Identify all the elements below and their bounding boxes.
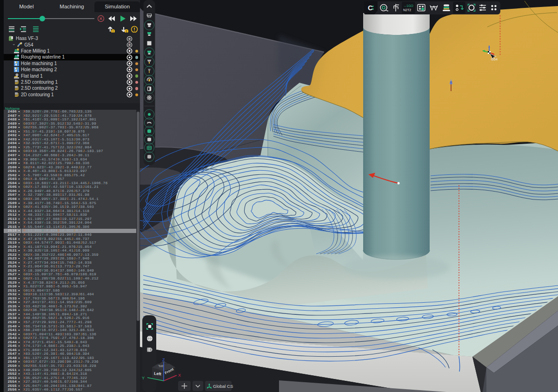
svg-text:Y: Y [142,376,145,380]
svg-text:Left: Left [154,371,161,376]
svg-text:G54: G54 [491,57,498,61]
svg-text:C: C [368,4,373,12]
svg-text:→1GO: →1GO [403,4,413,7]
svg-text:N2T2: N2T2 [403,8,411,12]
svg-text:Global CS: Global CS [213,384,233,389]
svg-text:!: ! [126,30,127,33]
svg-text:X: X [178,373,181,378]
svg-text:!: ! [113,30,113,33]
svg-text:Z: Z [162,358,165,362]
